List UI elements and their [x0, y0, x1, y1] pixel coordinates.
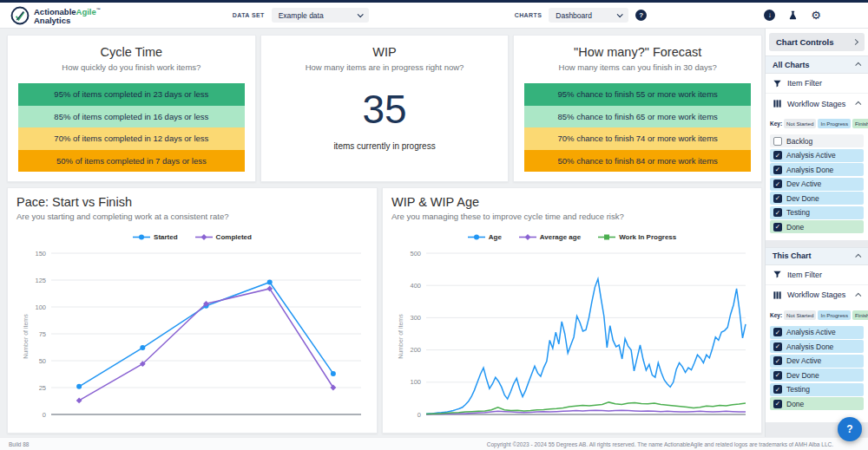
checked-checkbox-icon[interactable]: ✓	[773, 194, 782, 203]
workflow-stages-row[interactable]: Workflow Stages	[766, 94, 868, 114]
legend-item[interactable]: Average age	[519, 233, 581, 241]
svg-text:75: 75	[39, 330, 46, 338]
stage-label: Done	[786, 400, 804, 408]
svg-text:300: 300	[410, 314, 421, 322]
cycle-time-card: Cycle Time How quickly do you finish wor…	[7, 35, 256, 182]
chart-controls-sidebar: Chart Controls All ChartsItem FilterWork…	[765, 29, 868, 437]
chart-controls-title: Chart Controls	[776, 37, 834, 47]
logo-text: ActionableAgile™ Analytics	[34, 6, 101, 23]
legend-item[interactable]: Work In Progress	[598, 233, 676, 241]
workflow-stages-row[interactable]: Workflow Stages	[766, 285, 868, 305]
help-icon[interactable]: ?	[635, 10, 647, 21]
wip-age-chart-plot: Number of items 0100200300400500	[391, 247, 753, 426]
item-filter-row[interactable]: Item Filter	[766, 74, 868, 94]
key-chip: Not Started	[784, 310, 816, 320]
unchecked-checkbox-icon[interactable]	[773, 137, 782, 146]
legend-item[interactable]: Age	[468, 233, 502, 241]
section-header[interactable]: All Charts	[766, 55, 868, 74]
app: ActionableAgile™ Analytics DATA SET Exam…	[0, 0, 868, 450]
section-title: All Charts	[773, 61, 810, 69]
checked-checkbox-icon[interactable]: ✓	[773, 356, 782, 365]
navbar: ActionableAgile™ Analytics DATA SET Exam…	[0, 3, 868, 29]
key-chip: Not Started	[784, 119, 816, 128]
stage-checkbox-row[interactable]: ✓Analysis Active	[770, 149, 864, 162]
stage-checkbox-row[interactable]: ✓Done	[770, 220, 864, 233]
chart-subtitle: Are you starting and completing work at …	[16, 212, 368, 221]
stage-checkbox-row[interactable]: ✓Done	[770, 397, 864, 410]
dataset-select[interactable]: Example data	[272, 8, 369, 23]
stage-checkbox-row[interactable]: ✓Testing	[770, 383, 864, 396]
item-filter-label: Item Filter	[787, 271, 822, 279]
chevron-down-icon	[617, 11, 623, 17]
legend-marker-icon	[195, 233, 213, 241]
pace-chart-plot: Number of items 0255075100125150	[16, 247, 368, 426]
charts-select-value: Dashboard	[556, 11, 592, 20]
wip-age-chart-card: WIP & WIP Age Are you managing these to …	[382, 187, 762, 434]
stage-checkbox-row[interactable]: ✓Dev Active	[770, 355, 864, 368]
stage-label: Analysis Done	[786, 166, 833, 174]
card-title: Cycle Time	[18, 45, 245, 59]
section-header[interactable]: This Chart	[766, 247, 868, 265]
stat-band: 95% of items completed in 23 days or les…	[18, 83, 245, 106]
stage-checkbox-row[interactable]: ✓Analysis Done	[770, 340, 864, 353]
dataset-select-value: Example data	[279, 11, 324, 20]
workflow-stages-label: Workflow Stages	[787, 290, 845, 299]
forecast-card: "How many?" Forecast How many items can …	[513, 35, 762, 182]
checked-checkbox-icon[interactable]: ✓	[773, 151, 782, 160]
key-label: Key:	[770, 121, 782, 127]
legend-item[interactable]: Started	[133, 233, 178, 241]
charts-group: CHARTS Dashboard ?	[515, 8, 648, 23]
card-subtitle: How quickly do you finish work items?	[18, 62, 245, 72]
stat-band: 95% chance to finish 55 or more work ite…	[524, 83, 751, 106]
checked-checkbox-icon[interactable]: ✓	[773, 179, 782, 188]
stage-checkbox-row[interactable]: ✓Dev Done	[770, 368, 864, 382]
chart-controls-header[interactable]: Chart Controls	[769, 33, 865, 51]
filter-icon	[773, 270, 782, 279]
stat-band: 70% of items completed in 12 days or les…	[18, 127, 245, 150]
key-chip: Finished	[852, 310, 868, 320]
logo-icon	[10, 6, 30, 25]
checked-checkbox-icon[interactable]: ✓	[773, 371, 782, 380]
checked-checkbox-icon[interactable]: ✓	[773, 400, 782, 408]
checked-checkbox-icon[interactable]: ✓	[773, 385, 782, 394]
gear-icon[interactable]: ⚙	[811, 10, 821, 21]
stage-key-row: Key:Not StartedIn ProgressFinished	[766, 114, 868, 132]
key-chip: In Progress	[818, 119, 851, 128]
stage-checkbox-row[interactable]: ✓Dev Active	[770, 178, 864, 191]
item-filter-row[interactable]: Item Filter	[766, 265, 868, 285]
wip-card: WIP How many items are in progress right…	[260, 35, 510, 182]
chart-title: WIP & WIP Age	[391, 195, 753, 209]
checked-checkbox-icon[interactable]: ✓	[773, 166, 782, 174]
chevron-up-icon	[855, 101, 861, 108]
stage-label: Done	[786, 223, 804, 232]
stage-checkbox-row[interactable]: Backlog	[770, 134, 864, 147]
checked-checkbox-icon[interactable]: ✓	[773, 208, 782, 217]
sidebar-sections: All ChartsItem FilterWorkflow StagesKey:…	[766, 55, 868, 417]
stage-checkbox-row[interactable]: ✓Analysis Done	[770, 163, 864, 176]
stage-checkbox-row[interactable]: ✓Dev Done	[770, 192, 864, 205]
help-fab[interactable]: ?	[838, 417, 862, 441]
legend-label: Age	[489, 233, 502, 241]
stat-band: 50% chance to finish 84 or more work ite…	[524, 150, 751, 173]
checked-checkbox-icon[interactable]: ✓	[773, 342, 782, 351]
legend-item[interactable]: Completed	[195, 233, 252, 241]
legend-label: Completed	[216, 233, 252, 241]
main-area: Cycle Time How quickly do you finish wor…	[0, 29, 868, 437]
stage-checkbox-row[interactable]: ✓Analysis Active	[770, 326, 864, 339]
stage-label: Analysis Active	[786, 328, 836, 336]
cycle-time-bands: 95% of items completed in 23 days or les…	[18, 83, 245, 172]
checked-checkbox-icon[interactable]: ✓	[773, 328, 782, 336]
download-icon[interactable]: ↓	[764, 10, 775, 21]
svg-text:0: 0	[418, 411, 421, 419]
stage-label: Dev Done	[786, 194, 819, 203]
app-logo[interactable]: ActionableAgile™ Analytics	[10, 6, 101, 25]
charts-select[interactable]: Dashboard	[549, 8, 628, 23]
key-chip: In Progress	[818, 310, 851, 320]
legend-marker-icon	[519, 233, 536, 241]
legend-label: Started	[154, 233, 178, 241]
stage-list: Backlog✓Analysis Active✓Analysis Done✓De…	[766, 132, 868, 240]
beaker-icon[interactable]	[787, 10, 799, 22]
stage-checkbox-row[interactable]: ✓Testing	[770, 206, 864, 219]
checked-checkbox-icon[interactable]: ✓	[773, 223, 782, 232]
stage-label: Testing	[786, 385, 810, 394]
